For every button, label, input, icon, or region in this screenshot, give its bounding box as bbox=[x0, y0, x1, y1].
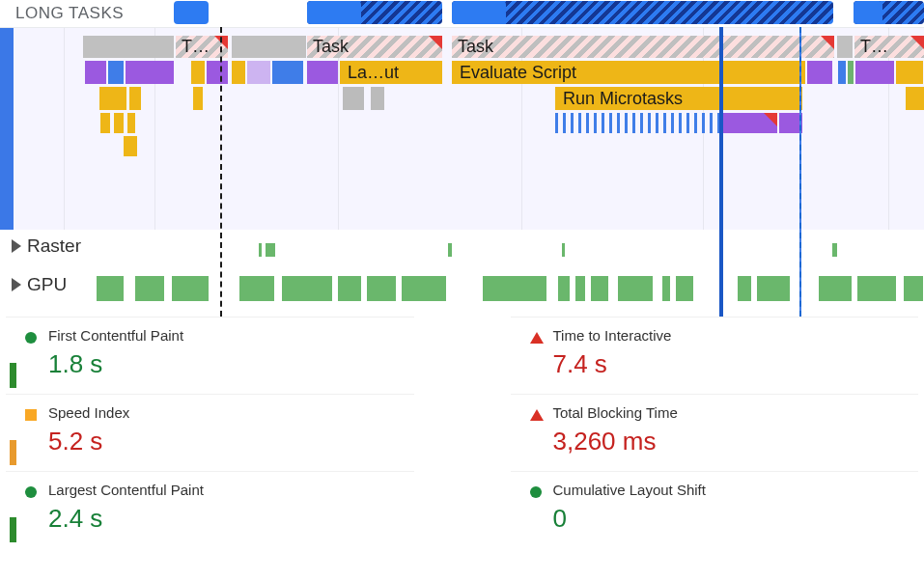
gpu-block[interactable] bbox=[338, 276, 361, 301]
gpu-block[interactable] bbox=[402, 276, 446, 301]
metric-name: Total Blocking Time bbox=[553, 404, 911, 421]
gridline bbox=[888, 28, 889, 230]
gpu-block[interactable] bbox=[618, 276, 653, 301]
metric-name: Cumulative Layout Shift bbox=[553, 482, 911, 498]
flame-segment[interactable] bbox=[906, 87, 924, 110]
task-bar[interactable]: Task bbox=[307, 36, 442, 58]
metric-value: 2.4 s bbox=[48, 504, 406, 534]
metric-value: 0 bbox=[553, 504, 911, 534]
status-average-icon bbox=[25, 409, 37, 421]
gpu-block[interactable] bbox=[575, 276, 585, 301]
metric-fcp[interactable]: First Contentful Paint 1.8 s bbox=[6, 317, 414, 394]
gpu-block[interactable] bbox=[558, 276, 570, 301]
metric-tbt[interactable]: Total Blocking Time 3,260 ms bbox=[511, 394, 919, 471]
flame-layout[interactable]: La…ut bbox=[340, 61, 442, 84]
status-good-icon bbox=[25, 332, 37, 344]
flame-segment[interactable] bbox=[99, 87, 126, 110]
flame-segment[interactable] bbox=[896, 61, 923, 84]
long-tasks-track[interactable]: LONG TASKS bbox=[0, 0, 924, 27]
gpu-block[interactable] bbox=[857, 276, 896, 301]
metric-value: 3,260 ms bbox=[553, 427, 911, 456]
flame-segment[interactable] bbox=[343, 87, 364, 110]
expand-icon[interactable] bbox=[12, 278, 21, 291]
flame-segment[interactable] bbox=[85, 61, 106, 84]
metric-left-tick bbox=[10, 363, 16, 388]
gpu-block[interactable] bbox=[97, 276, 124, 301]
metrics-grid: First Contentful Paint 1.8 s Time to Int… bbox=[0, 317, 924, 556]
flame-segment[interactable] bbox=[807, 61, 832, 84]
flame-segment[interactable] bbox=[114, 113, 124, 133]
flame-segment[interactable] bbox=[127, 113, 135, 133]
long-task-block-solid bbox=[854, 1, 882, 24]
raster-block[interactable] bbox=[832, 243, 837, 257]
status-good-icon bbox=[530, 486, 542, 498]
gpu-block[interactable] bbox=[367, 276, 396, 301]
flame-segment[interactable] bbox=[855, 61, 894, 84]
flame-segment[interactable] bbox=[272, 61, 303, 84]
flame-segment[interactable] bbox=[108, 61, 124, 84]
task-bar[interactable] bbox=[83, 36, 174, 58]
flame-segment[interactable] bbox=[126, 61, 174, 84]
metric-name: First Contentful Paint bbox=[48, 327, 406, 344]
gpu-block[interactable] bbox=[172, 276, 209, 301]
flame-segment[interactable] bbox=[193, 87, 203, 110]
long-task-block[interactable] bbox=[174, 1, 209, 24]
task-bar[interactable]: Task bbox=[452, 36, 834, 58]
task-bar[interactable]: T… bbox=[176, 36, 228, 58]
metric-name: Largest Contentful Paint bbox=[48, 482, 406, 498]
status-good-icon bbox=[25, 486, 37, 498]
long-tasks-label: LONG TASKS bbox=[15, 4, 124, 23]
expand-icon[interactable] bbox=[12, 239, 21, 253]
gpu-block[interactable] bbox=[757, 276, 790, 301]
flame-segment[interactable] bbox=[838, 61, 846, 84]
raster-block[interactable] bbox=[266, 243, 275, 257]
long-task-block[interactable] bbox=[452, 1, 833, 24]
metric-lcp[interactable]: Largest Contentful Paint 2.4 s bbox=[6, 471, 414, 548]
flame-segment[interactable] bbox=[207, 61, 228, 84]
flame-segment[interactable] bbox=[848, 61, 854, 84]
raster-track[interactable]: Raster bbox=[0, 230, 924, 268]
gpu-block[interactable] bbox=[282, 276, 332, 301]
task-bar[interactable] bbox=[232, 36, 306, 58]
flame-segment[interactable] bbox=[232, 61, 245, 84]
status-bad-icon bbox=[530, 409, 544, 421]
metric-value: 1.8 s bbox=[48, 349, 406, 379]
raster-block[interactable] bbox=[448, 243, 452, 257]
flame-segment[interactable] bbox=[129, 87, 141, 110]
tracks-section: Raster GPU bbox=[0, 230, 924, 317]
flame-segment[interactable] bbox=[100, 113, 110, 133]
task-bar[interactable] bbox=[837, 36, 853, 58]
gpu-block[interactable] bbox=[676, 276, 693, 301]
microtask-children[interactable] bbox=[555, 113, 802, 133]
gpu-label: GPU bbox=[12, 274, 67, 295]
gridline bbox=[64, 28, 65, 230]
metric-si[interactable]: Speed Index 5.2 s bbox=[6, 394, 414, 471]
gridline bbox=[338, 28, 339, 230]
gpu-block[interactable] bbox=[591, 276, 608, 301]
gpu-block[interactable] bbox=[738, 276, 751, 301]
metric-tti[interactable]: Time to Interactive 7.4 s bbox=[511, 317, 919, 394]
gpu-block[interactable] bbox=[483, 276, 546, 301]
flame-segment[interactable] bbox=[247, 61, 270, 84]
raster-block[interactable] bbox=[259, 243, 262, 257]
flame-segment[interactable] bbox=[371, 87, 384, 110]
gridline bbox=[521, 28, 522, 230]
raster-block[interactable] bbox=[562, 243, 565, 257]
gpu-track[interactable]: GPU bbox=[0, 268, 924, 315]
gpu-block[interactable] bbox=[819, 276, 852, 301]
flame-chart[interactable]: T… Task Task T… La…ut Evaluate Script Ru… bbox=[0, 27, 924, 230]
flame-run-microtasks[interactable]: Run Microtasks bbox=[555, 87, 802, 110]
metric-cls[interactable]: Cumulative Layout Shift 0 bbox=[511, 471, 919, 548]
flame-segment[interactable] bbox=[307, 61, 338, 84]
gpu-block[interactable] bbox=[904, 276, 923, 301]
gpu-block[interactable] bbox=[662, 276, 670, 301]
metric-left-tick bbox=[10, 517, 16, 542]
gpu-block[interactable] bbox=[135, 276, 164, 301]
flame-evaluate-script[interactable]: Evaluate Script bbox=[452, 61, 805, 84]
flame-segment[interactable] bbox=[124, 136, 137, 156]
metric-value: 7.4 s bbox=[553, 349, 911, 379]
task-bar[interactable]: T… bbox=[854, 36, 924, 58]
flame-segment[interactable] bbox=[191, 61, 205, 84]
gpu-block[interactable] bbox=[239, 276, 274, 301]
raster-label: Raster bbox=[12, 235, 81, 257]
